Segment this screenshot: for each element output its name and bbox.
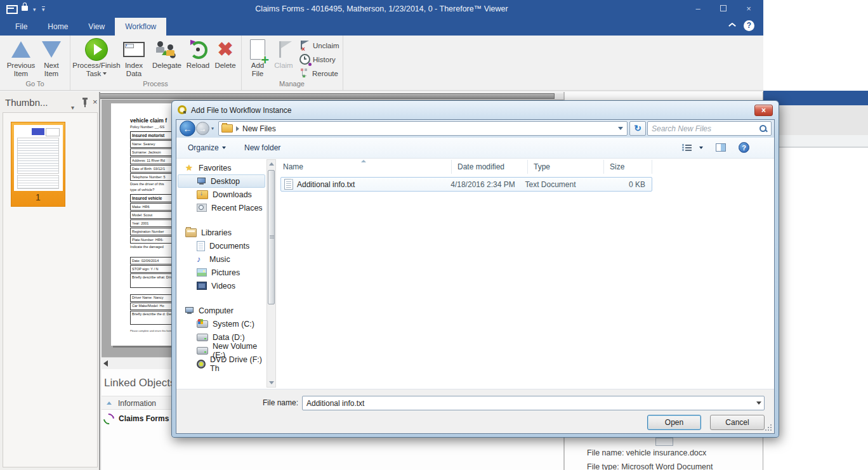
dialog-close-button[interactable]: [754, 105, 773, 116]
page-number: 1: [11, 192, 65, 202]
unclaim-button[interactable]: × Unclaim: [299, 39, 339, 51]
therefore-dialog-icon: [178, 105, 187, 114]
close-button[interactable]: ×: [739, 3, 758, 15]
previous-item-button[interactable]: Previous Item: [5, 37, 37, 78]
column-header-size[interactable]: Size: [604, 160, 652, 174]
delete-button[interactable]: Delete: [212, 37, 239, 70]
resize-grip[interactable]: [765, 424, 772, 431]
button-label: History: [313, 56, 336, 63]
info-file-type: File type: Microsoft Word Document: [587, 462, 713, 470]
thumbnail-lines: [17, 175, 59, 189]
group-label-goto: Go To: [0, 80, 70, 88]
column-header-type[interactable]: Type: [528, 160, 604, 174]
button-label: Next Item: [37, 62, 66, 78]
history-button[interactable]: History: [299, 53, 336, 65]
next-item-button[interactable]: Next Item: [37, 37, 66, 78]
tree-scrollbar-thumb[interactable]: [268, 170, 275, 304]
new-folder-button[interactable]: New folder: [244, 143, 280, 152]
group-separator: [343, 36, 343, 90]
refresh-button[interactable]: [629, 121, 646, 136]
sidebar-item-videos[interactable]: Videos: [178, 279, 265, 292]
reroute-button[interactable]: Reroute: [299, 67, 338, 79]
reload-button[interactable]: Reload: [184, 37, 212, 70]
maximize-button[interactable]: [714, 3, 733, 15]
address-dropdown-icon[interactable]: [618, 127, 623, 130]
text-file-icon: [284, 179, 293, 190]
tab-workflow[interactable]: Workflow: [115, 18, 166, 36]
preview-pane-button[interactable]: [716, 143, 726, 152]
file-type: Text Document: [525, 180, 599, 189]
sidebar-item-label: Data (D:): [213, 333, 245, 342]
sidebar-group-computer[interactable]: Computer: [178, 304, 265, 317]
add-file-button[interactable]: Add File: [246, 37, 269, 78]
sidebar-item-recent-places[interactable]: Recent Places: [178, 201, 265, 214]
sidebar-group-label: Favorites: [199, 164, 231, 173]
reroute-icon: [299, 69, 310, 78]
button-label: Reload: [187, 62, 209, 70]
file-name-input[interactable]: Additional info.txt: [302, 396, 765, 410]
column-header-date-modified[interactable]: Date modified: [452, 160, 528, 174]
scroll-left-icon[interactable]: [103, 360, 108, 367]
sidebar-item-music[interactable]: Music: [178, 252, 265, 266]
page-thumbnail[interactable]: 1: [11, 122, 65, 207]
index-data-button[interactable]: Index Data: [121, 37, 147, 78]
search-box[interactable]: Search New Files: [647, 121, 772, 136]
pictures-icon: [197, 268, 207, 277]
sidebar-item-label: Desktop: [211, 177, 240, 186]
organize-label: Organize: [188, 143, 219, 152]
views-button[interactable]: [682, 143, 703, 152]
sidebar-group-libraries[interactable]: Libraries: [178, 226, 265, 239]
cancel-button[interactable]: Cancel: [710, 415, 765, 430]
panel-menu-caret-icon[interactable]: [71, 101, 74, 112]
thumbnail-stamp: [32, 128, 44, 135]
sort-ascending-icon[interactable]: [361, 160, 366, 162]
sidebar-item-system-c-[interactable]: System (C:): [178, 317, 265, 330]
open-button[interactable]: Open: [647, 415, 701, 430]
sidebar-item-pictures[interactable]: Pictures: [178, 266, 265, 279]
button-label: Delegate: [152, 62, 181, 70]
search-icon[interactable]: [759, 124, 767, 133]
command-bar: Organize New folder: [176, 138, 774, 159]
scroll-down-icon[interactable]: [269, 381, 274, 384]
sidebar-item-documents[interactable]: Documents: [178, 239, 265, 252]
file-row[interactable]: Additional info.txt4/18/2016 2:34 PMText…: [280, 177, 652, 192]
address-bar[interactable]: New Files: [218, 121, 628, 136]
breadcrumb-location[interactable]: New Files: [242, 124, 276, 133]
linked-object-row[interactable]: Claims Forms -: [102, 412, 174, 425]
sidebar-item-label: System (C:): [213, 320, 254, 329]
pin-icon[interactable]: [84, 100, 86, 105]
tree-scrollbar[interactable]: [266, 159, 276, 388]
recent-icon: [197, 204, 207, 212]
sidebar-item-downloads[interactable]: Downloads: [178, 188, 265, 201]
button-label: Delete: [214, 62, 235, 70]
dialog-help-button[interactable]: [739, 142, 749, 153]
nav-history-caret-icon[interactable]: [211, 126, 214, 131]
button-label: Claim: [274, 62, 293, 70]
organize-button[interactable]: Organize: [188, 143, 226, 152]
tree-gap: [178, 292, 265, 304]
word-document-icon: [655, 438, 673, 446]
breadcrumb-separator-icon[interactable]: [236, 126, 239, 131]
claim-button: Claim: [272, 37, 296, 70]
scroll-up-icon[interactable]: [269, 162, 274, 166]
views-icon: [682, 143, 692, 152]
panel-close-icon[interactable]: [93, 97, 98, 107]
dialog-client-area: New Files Search New Files Organize New …: [176, 119, 775, 434]
add-file-icon: [250, 39, 265, 60]
minimize-button[interactable]: –: [688, 3, 707, 15]
sidebar-item-dvd-drive-f-th[interactable]: DVD Drive (F:) Th: [178, 357, 265, 370]
sidebar-item-desktop[interactable]: Desktop: [178, 174, 265, 188]
sidebar-item-label: DVD Drive (F:) Th: [210, 355, 265, 373]
combo-dropdown-icon[interactable]: [753, 396, 764, 410]
process-finish-task-button[interactable]: Process/Finish Task: [74, 37, 119, 78]
tab-home[interactable]: Home: [37, 18, 78, 36]
collapse-ribbon-icon[interactable]: [728, 23, 736, 28]
help-button[interactable]: ?: [744, 20, 754, 31]
delegate-button[interactable]: Delegate: [150, 37, 184, 70]
desktop-icon: [197, 178, 206, 185]
tab-view[interactable]: View: [78, 18, 115, 36]
sidebar-group-favorites[interactable]: Favorites: [178, 161, 265, 174]
tree-gap: [178, 214, 265, 226]
tab-file[interactable]: File: [5, 18, 37, 36]
back-button[interactable]: [180, 121, 195, 136]
